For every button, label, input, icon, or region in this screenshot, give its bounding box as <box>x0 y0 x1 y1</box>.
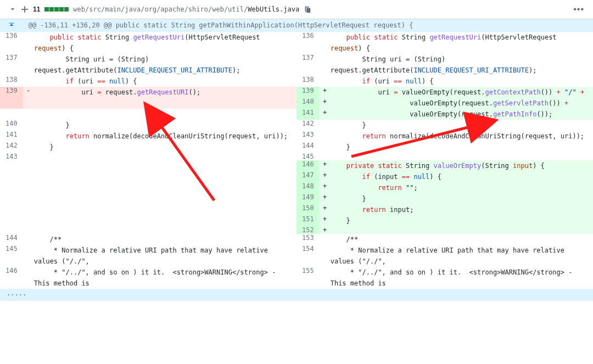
line-number-right[interactable]: 142 <box>296 120 320 131</box>
code-right-added[interactable]: return ""; <box>331 182 593 193</box>
diff-marker-plus: + <box>320 98 331 109</box>
code-right[interactable]: if (uri == null) { <box>331 76 593 87</box>
code-left[interactable]: if (uri == null) { <box>34 76 296 87</box>
code-left-deleted[interactable]: uri = request.getRequestURI(); <box>34 87 296 98</box>
file-path[interactable]: web/src/main/java/org/apache/shiro/web/u… <box>73 5 299 13</box>
hunk-header-row: @@ -136,11 +136,20 @@ public static Stri… <box>0 19 593 32</box>
code-right-added[interactable] <box>331 226 593 234</box>
code-right-added[interactable]: return input; <box>331 204 593 215</box>
diff-row: 145 * Normalize a relative URI path that… <box>0 245 593 267</box>
code-left[interactable]: String uri = (String) request.getAttribu… <box>34 54 296 76</box>
line-number-right[interactable]: 149 <box>296 193 320 204</box>
code-right-added[interactable]: private static String valueOrEmpty(Strin… <box>331 160 593 171</box>
diff-row: 137 String uri = (String) request.getAtt… <box>0 54 593 76</box>
diff-marker-plus: + <box>320 193 331 204</box>
line-number-right[interactable]: 150 <box>296 204 320 215</box>
code-left[interactable]: return normalize(decodeAndCleanUriString… <box>34 131 296 142</box>
kebab-menu-icon[interactable]: ••• <box>573 4 584 14</box>
line-number-right[interactable]: 151 <box>296 215 320 226</box>
path-prefix: web/src/main/java/org/apache/shiro/web/u… <box>73 5 248 13</box>
move-icon[interactable] <box>21 5 29 14</box>
line-number-right[interactable]: 147 <box>296 171 320 182</box>
line-number-left[interactable]: 141 <box>0 131 23 142</box>
line-number-left[interactable]: 139 <box>0 87 23 98</box>
diff-row: 140 } 142 } <box>0 120 593 131</box>
line-number-right[interactable]: 141 <box>296 109 320 120</box>
diff-marker-plus: + <box>320 182 331 193</box>
line-number-right[interactable]: 153 <box>296 234 320 245</box>
line-number-left[interactable]: 143 <box>0 153 23 160</box>
diff-stat-bar <box>44 7 69 12</box>
line-number-left[interactable]: 137 <box>0 54 23 76</box>
code-right-added[interactable]: } <box>331 193 593 204</box>
expand-up-icon[interactable] <box>0 19 23 32</box>
diff-row: 140 + valueOrEmpty(request.getServletPat… <box>0 98 593 109</box>
diff-row: 141 + valueOrEmpty(request.getPathInfo()… <box>0 109 593 120</box>
line-number-left <box>0 109 23 120</box>
line-number-right[interactable]: 137 <box>296 54 320 76</box>
code-right[interactable] <box>331 153 593 160</box>
code-left[interactable]: /** <box>34 234 296 245</box>
line-number-right[interactable]: 152 <box>296 226 320 234</box>
line-number-right[interactable]: 136 <box>296 32 320 54</box>
line-number-right[interactable]: 155 <box>296 267 320 289</box>
code-left[interactable] <box>34 153 296 160</box>
code-right-added[interactable]: } <box>331 215 593 226</box>
code-left[interactable]: } <box>34 120 296 131</box>
code-right-added[interactable]: if (input == null) { <box>331 171 593 182</box>
diff-row: 151 + } <box>0 215 593 226</box>
code-left[interactable]: public static String getRequestUri(HttpS… <box>34 32 296 54</box>
diff-row: 147 + if (input == null) { <box>0 171 593 182</box>
code-left[interactable]: * "/../", and so on ) it it. <strong>WAR… <box>34 267 296 289</box>
line-number-left[interactable]: 136 <box>0 32 23 54</box>
hunk-header-text: @@ -136,11 +136,20 @@ public static Stri… <box>23 19 593 32</box>
code-right-added[interactable]: valueOrEmpty(request.getServletPath()) + <box>331 98 593 109</box>
diff-marker-plus: + <box>320 171 331 182</box>
line-number-left[interactable]: 146 <box>0 267 23 289</box>
line-number-right[interactable]: 145 <box>296 153 320 160</box>
line-number-right[interactable]: 144 <box>296 142 320 153</box>
code-left[interactable]: } <box>34 142 296 153</box>
line-number-right[interactable]: 154 <box>296 245 320 267</box>
diff-row: 139 - uri = request.getRequestURI(); 139… <box>0 87 593 98</box>
line-number-right[interactable]: 139 <box>296 87 320 98</box>
diff-marker <box>320 32 331 54</box>
diff-marker-plus: + <box>320 226 331 234</box>
chevron-down-icon[interactable] <box>9 5 16 14</box>
expand-bottom-row: ····· <box>0 289 593 301</box>
diff-marker-plus: + <box>320 160 331 171</box>
line-number-right[interactable]: 140 <box>296 98 320 109</box>
line-number-left[interactable]: 138 <box>0 76 23 87</box>
line-number-right[interactable]: 143 <box>296 131 320 142</box>
line-number-left[interactable]: 144 <box>0 234 23 245</box>
file-name: WebUtils.java <box>248 5 299 13</box>
code-right[interactable]: * Normalize a relative URI path that may… <box>331 245 593 267</box>
line-number-right[interactable]: 146 <box>296 160 320 171</box>
code-left-empty <box>34 98 296 109</box>
code-right[interactable]: public static String getRequestUri(HttpS… <box>331 32 593 54</box>
diff-marker <box>23 32 34 54</box>
code-right[interactable]: /** <box>331 234 593 245</box>
diff-table: @@ -136,11 +136,20 @@ public static Stri… <box>0 19 593 301</box>
code-right[interactable]: * "/../", and so on ) it it. <strong>WAR… <box>331 267 593 289</box>
code-right[interactable]: } <box>331 142 593 153</box>
diff-marker-minus: - <box>23 87 34 98</box>
line-number-right[interactable]: 138 <box>296 76 320 87</box>
expand-down-icon[interactable]: ····· <box>0 289 593 301</box>
diff-row: 146 + private static String valueOrEmpty… <box>0 160 593 171</box>
copy-icon[interactable] <box>304 5 311 14</box>
diff-row: 142 } 144 } <box>0 142 593 153</box>
code-right-added[interactable]: valueOrEmpty(request.getPathInfo()); <box>331 109 593 120</box>
code-right[interactable]: return normalize(decodeAndCleanUriString… <box>331 131 593 142</box>
code-right[interactable]: String uri = (String) request.getAttribu… <box>331 54 593 76</box>
line-number-left[interactable]: 145 <box>0 245 23 267</box>
diff-line-count: 11 <box>33 5 40 13</box>
line-number-left[interactable]: 140 <box>0 120 23 131</box>
diff-row: 148 + return ""; <box>0 182 593 193</box>
line-number-left[interactable]: 142 <box>0 142 23 153</box>
code-right[interactable]: } <box>331 120 593 131</box>
code-left[interactable]: * Normalize a relative URI path that may… <box>34 245 296 267</box>
code-right-added[interactable]: uri = valueOrEmpty(request.getContextPat… <box>331 87 593 98</box>
line-number-right[interactable]: 148 <box>296 182 320 193</box>
diff-row: 138 if (uri == null) { 138 if (uri == nu… <box>0 76 593 87</box>
